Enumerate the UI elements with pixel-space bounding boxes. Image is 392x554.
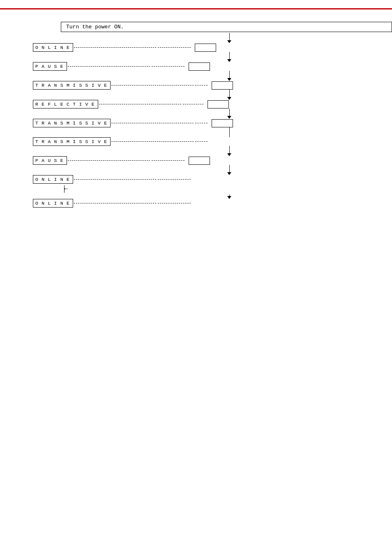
dashes-2 <box>68 66 150 67</box>
start-box: Turn the power ON. <box>61 22 392 32</box>
state-pause-2: P A U S E <box>33 156 67 165</box>
step-1-row: O N L I N E <box>33 43 392 52</box>
arrow-6 <box>67 146 392 156</box>
dashes-5 <box>111 123 194 123</box>
step-7-row: P A U S E <box>33 156 392 165</box>
arrow-8 <box>67 194 392 199</box>
dashes-3 <box>111 85 194 85</box>
small-box-5 <box>212 119 233 127</box>
dashes-8b <box>158 179 191 180</box>
arrowhead <box>227 40 231 43</box>
step-6-row: T R A N S M I S S I V E <box>33 137 392 146</box>
state-online-2: O N L I N E <box>33 175 73 184</box>
step-9-row: O N L I N E <box>33 199 392 208</box>
step-5-row: T R A N S M I S S I V E <box>33 119 392 127</box>
vline <box>229 127 230 137</box>
start-section: Turn the power ON. <box>37 22 392 32</box>
dashes-6 <box>111 141 194 142</box>
state-pause-1: P A U S E <box>33 62 67 71</box>
arrowhead <box>227 78 231 81</box>
dashes-1b <box>158 47 191 48</box>
dashes-1 <box>74 47 156 48</box>
dashes-4 <box>99 104 181 104</box>
top-border <box>0 8 392 9</box>
arrowhead <box>227 153 231 156</box>
page-container: Turn the power ON. O N L I N E P A U S E <box>0 0 392 554</box>
step-2-row: P A U S E <box>33 62 392 71</box>
vline <box>229 90 230 97</box>
vline <box>229 33 230 40</box>
left-arrow-container: ← <box>65 186 68 192</box>
vline <box>229 108 230 116</box>
arrow-0 <box>67 33 392 43</box>
vline <box>229 71 230 78</box>
state-transmissive-3: T R A N S M I S S I V E <box>33 137 111 146</box>
dashes-5b <box>195 123 208 123</box>
arrow-left-row: ← <box>64 185 392 193</box>
arrowhead <box>227 172 231 175</box>
small-box-2 <box>189 62 210 71</box>
dashes-3b <box>195 85 208 85</box>
dashes-7 <box>68 160 150 161</box>
arrow-3 <box>67 90 392 100</box>
vline <box>229 165 230 172</box>
dashes-9b <box>158 203 191 203</box>
state-reflective: R E F L E C T I V E <box>33 100 98 108</box>
step-4-row: R E F L E C T I V E <box>33 100 392 108</box>
arrowhead <box>227 97 231 100</box>
arrow-1 <box>67 52 392 62</box>
vline <box>229 146 230 153</box>
arrowhead <box>227 196 231 199</box>
small-box-7 <box>189 157 210 165</box>
small-box-1 <box>195 44 216 52</box>
step-8-row: O N L I N E <box>33 175 392 184</box>
flowchart: Turn the power ON. O N L I N E P A U S E <box>33 22 392 208</box>
small-box-3 <box>212 81 233 90</box>
dashes-9 <box>74 203 156 203</box>
arrowhead <box>227 59 231 62</box>
arrow-5 <box>67 127 392 137</box>
small-box-4 <box>208 100 229 108</box>
state-online-1: O N L I N E <box>33 43 73 52</box>
dashes-8 <box>74 179 156 180</box>
state-transmissive-1: T R A N S M I S S I V E <box>33 81 111 90</box>
state-transmissive-2: T R A N S M I S S I V E <box>33 119 111 127</box>
dashes-4b <box>183 104 203 104</box>
arrow-7 <box>67 165 392 175</box>
arrowhead <box>227 116 231 119</box>
dashes-2b <box>152 66 184 67</box>
dashes-7b <box>152 160 184 161</box>
state-online-3: O N L I N E <box>33 199 73 208</box>
dashes-6b <box>195 141 208 142</box>
step-3-row: T R A N S M I S S I V E <box>33 81 392 90</box>
arrow-4 <box>67 108 392 119</box>
arrow-2 <box>67 71 392 81</box>
vline <box>229 52 230 59</box>
left-arrow-symbol: ← <box>64 186 68 192</box>
